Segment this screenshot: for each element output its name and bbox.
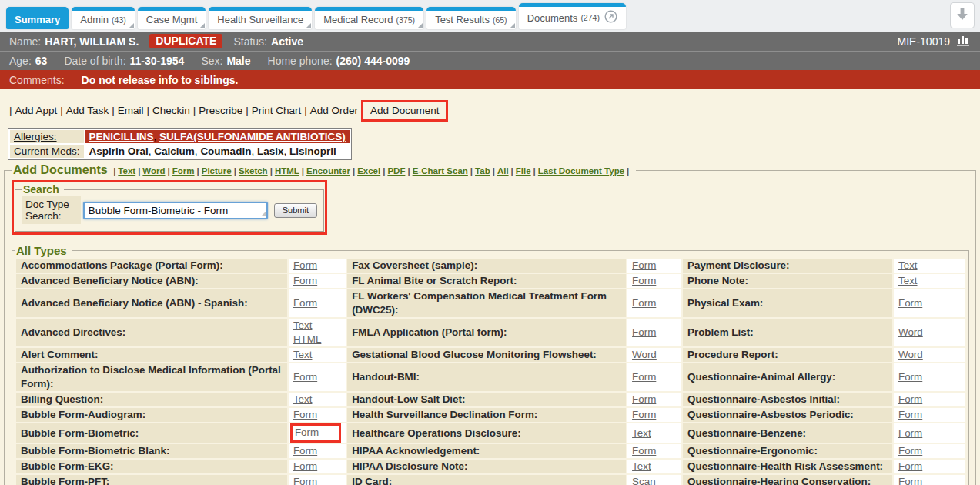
doc-type-label: Handout-BMI: — [347, 363, 626, 391]
doc-format-link-sketch[interactable]: Sketch — [239, 166, 268, 176]
open-form-link[interactable]: Form — [898, 393, 922, 406]
open-word-link[interactable]: Word — [632, 348, 657, 362]
tab-test-results[interactable]: Test Results(65) — [426, 7, 516, 29]
open-scan-link[interactable]: Scan — [632, 475, 656, 485]
medication-link[interactable]: Coumadin — [200, 146, 251, 157]
open-form-link[interactable]: Form — [898, 475, 922, 485]
open-text-link[interactable]: Text — [898, 274, 918, 288]
open-form-link[interactable]: Form — [898, 296, 922, 310]
action-link-checkin[interactable]: Checkin — [152, 105, 190, 116]
doc-format-link-encounter[interactable]: Encounter — [306, 166, 350, 176]
doc-format-link-file[interactable]: File — [516, 166, 531, 176]
open-form-link[interactable]: Form — [295, 426, 319, 440]
open-form-link[interactable]: Form — [632, 259, 656, 273]
patient-dob: 11-30-1954 — [130, 55, 185, 67]
open-form-link[interactable]: Form — [293, 370, 317, 384]
popout-icon[interactable] — [603, 10, 617, 25]
open-form-link[interactable]: Form — [293, 296, 317, 310]
open-text-link[interactable]: Text — [632, 460, 651, 473]
doc-type-label: Alert Comment: — [16, 348, 287, 362]
doc-format-link-html[interactable]: HTML — [275, 166, 299, 176]
open-form-link[interactable]: Form — [293, 475, 317, 485]
tab-health-surveillance[interactable]: Health Surveillance — [209, 7, 312, 29]
doc-format-link-picture[interactable]: Picture — [202, 166, 232, 176]
doc-type-label: Questionnaire-Benzene: — [683, 423, 892, 443]
tab-admin[interactable]: Admin(43) — [72, 7, 135, 29]
tab-medical-record[interactable]: Medical Record(375) — [315, 7, 423, 29]
doc-format-link-word[interactable]: Word — [142, 166, 165, 176]
open-form-link[interactable]: Form — [632, 370, 656, 384]
tab-documents[interactable]: Documents(274) — [519, 3, 626, 29]
comments-bar: Comments: Do not release info to sibling… — [0, 70, 980, 89]
medication-link[interactable]: Lasix — [257, 146, 284, 157]
tab-summary[interactable]: Summary — [6, 7, 69, 29]
doc-type-links-cell: TextHTML — [289, 319, 346, 346]
open-form-link[interactable]: Form — [632, 274, 656, 288]
tab-count: (274) — [580, 13, 600, 22]
medication-link[interactable]: Lisinopril — [289, 146, 336, 157]
doc-format-link-pdf[interactable]: PDF — [387, 166, 405, 176]
current-meds-link[interactable]: Current Meds: — [14, 146, 80, 157]
tab-count: (375) — [396, 15, 416, 25]
doc-type-label: ID Card: — [347, 475, 626, 485]
open-text-link[interactable]: Text — [293, 319, 341, 333]
doc-format-link-all[interactable]: All — [497, 166, 509, 176]
open-form-link[interactable]: Form — [898, 408, 922, 422]
doc-type-label: FL Animal Bite or Scratch Report: — [347, 274, 626, 288]
doc-type-links-cell: Form — [894, 423, 965, 443]
open-form-link[interactable]: Form — [898, 460, 922, 473]
open-form-link[interactable]: Form — [632, 408, 656, 422]
action-link-add-document[interactable]: Add Document — [370, 105, 439, 116]
action-link-add-task[interactable]: Add Task — [66, 105, 109, 116]
doc-type-search-input[interactable] — [83, 202, 268, 219]
open-text-link[interactable]: Text — [898, 259, 918, 273]
open-text-link[interactable]: Text — [632, 426, 651, 440]
open-text-link[interactable]: Text — [293, 348, 313, 362]
doc-type-links-cell: Form — [627, 408, 681, 422]
chart-content: |Add Appt|Add Task|Email|Checkin|Prescri… — [0, 89, 980, 485]
doc-format-link-form[interactable]: Form — [172, 166, 195, 176]
open-word-link[interactable]: Word — [898, 326, 923, 340]
tab-case-mgmt[interactable]: Case Mgmt — [138, 7, 206, 29]
doc-format-link-tab[interactable]: Tab — [475, 166, 490, 176]
open-form-link[interactable]: Form — [293, 444, 317, 458]
doc-link-separator: | — [197, 166, 199, 176]
open-form-link[interactable]: Form — [898, 370, 922, 384]
medication-link[interactable]: Calcium — [154, 146, 195, 157]
action-link-prescribe[interactable]: Prescribe — [199, 105, 242, 116]
tab-count: (43) — [112, 15, 126, 25]
open-form-link[interactable]: Form — [293, 460, 317, 473]
patient-phone: (260) 444-0099 — [336, 55, 410, 67]
action-link-add-order[interactable]: Add Order — [310, 105, 358, 116]
doc-format-link-excel[interactable]: Excel — [357, 166, 380, 176]
bar-chart-icon[interactable] — [956, 34, 971, 48]
medication-link[interactable]: Aspirin Oral — [89, 146, 149, 157]
open-form-link[interactable]: Form — [632, 444, 656, 458]
open-word-link[interactable]: Word — [898, 348, 923, 362]
open-form-link[interactable]: Form — [898, 426, 922, 440]
action-link-add-appt[interactable]: Add Appt — [15, 105, 58, 116]
allergy-link[interactable]: PENICILLINS — [89, 131, 154, 142]
doc-type-label: Bubble Form-Biometric Blank: — [16, 444, 287, 458]
open-form-link[interactable]: Form — [898, 444, 922, 458]
open-form-link[interactable]: Form — [293, 274, 317, 288]
open-html-link[interactable]: HTML — [293, 333, 341, 346]
open-form-link[interactable]: Form — [293, 408, 317, 422]
doc-format-link-text[interactable]: Text — [118, 166, 135, 176]
scroll-down-button[interactable] — [950, 2, 975, 28]
doc-type-links-cell: Word — [894, 348, 965, 362]
open-form-link[interactable]: Form — [632, 296, 656, 310]
doc-format-link-e-chart-scan[interactable]: E-Chart Scan — [413, 166, 468, 176]
action-link-email[interactable]: Email — [118, 105, 144, 116]
open-form-link[interactable]: Form — [632, 326, 656, 340]
submit-button[interactable]: Submit — [274, 203, 317, 218]
action-link-print-chart[interactable]: Print Chart — [252, 105, 302, 116]
doc-type-links-cell: Text — [289, 393, 346, 406]
open-form-link[interactable]: Form — [632, 393, 656, 406]
open-text-link[interactable]: Text — [293, 393, 313, 406]
doc-type-label: Fax Coversheet (sample): — [347, 259, 626, 273]
allergy-link[interactable]: SULFA(SULFONAMIDE ANTIBIOTICS) — [159, 131, 346, 142]
open-form-link[interactable]: Form — [293, 259, 317, 273]
allergies-link[interactable]: Allergies: — [14, 131, 57, 142]
doc-format-link-last-document-type[interactable]: Last Document Type — [538, 166, 624, 176]
